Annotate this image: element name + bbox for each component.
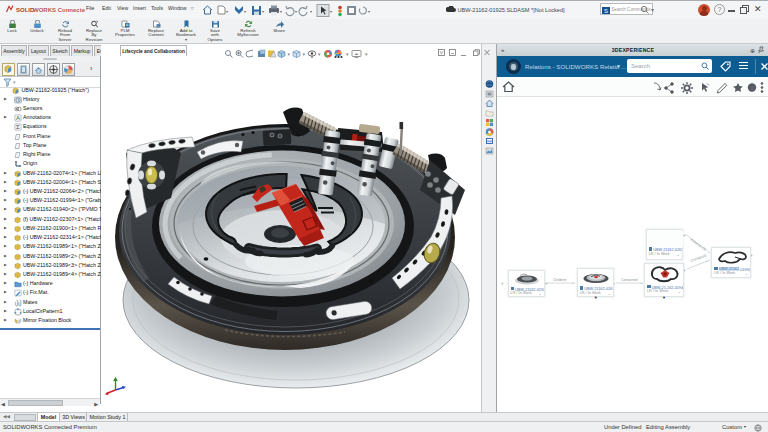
svg-text:+: + bbox=[501, 281, 504, 286]
svg-text:Contained: Contained bbox=[621, 278, 637, 282]
svg-text:▾: ▾ bbox=[295, 9, 297, 14]
svg-text:▾: ▾ bbox=[330, 9, 332, 14]
svg-text:▾: ▾ bbox=[244, 9, 246, 14]
svg-text:WORKS Connected: WORKS Connected bbox=[33, 7, 85, 13]
svg-text:Contained: Contained bbox=[690, 254, 707, 263]
svg-text:Children: Children bbox=[553, 278, 566, 282]
svg-text:▾: ▾ bbox=[262, 9, 264, 14]
svg-text:+: + bbox=[683, 233, 686, 238]
svg-text:+: + bbox=[545, 281, 548, 286]
svg-text:−: − bbox=[640, 281, 643, 286]
svg-text:i: i bbox=[751, 84, 753, 91]
svg-text:▾: ▾ bbox=[280, 9, 282, 14]
svg-text:▾: ▾ bbox=[310, 9, 312, 14]
svg-text:−: − bbox=[572, 281, 575, 286]
svg-text:▾: ▾ bbox=[651, 7, 654, 13]
svg-text:▾: ▾ bbox=[288, 51, 291, 57]
svg-text:▾: ▾ bbox=[346, 51, 349, 57]
svg-text:▾: ▾ bbox=[303, 51, 306, 57]
svg-text:▾: ▾ bbox=[368, 9, 370, 14]
svg-text:Instance Of: Instance Of bbox=[689, 238, 706, 252]
svg-text:A: A bbox=[16, 115, 20, 121]
svg-text:▾: ▾ bbox=[318, 51, 321, 57]
svg-text:Σ: Σ bbox=[16, 125, 20, 131]
svg-text:−: − bbox=[706, 259, 709, 264]
svg-text:▾: ▾ bbox=[365, 51, 368, 57]
svg-text:▾: ▾ bbox=[226, 9, 228, 14]
